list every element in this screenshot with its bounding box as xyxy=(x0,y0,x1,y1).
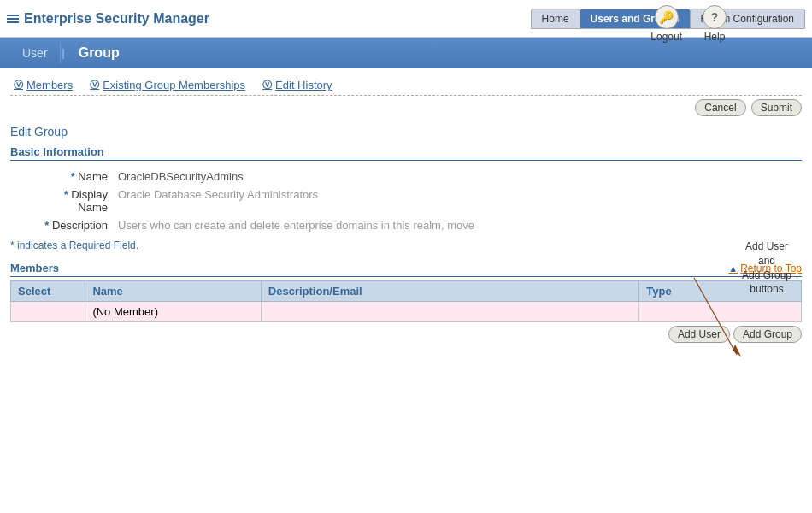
logout-icon: 🔑 xyxy=(655,5,679,29)
logout-button[interactable]: 🔑 Logout xyxy=(650,5,682,43)
sub-nav-existing-group-memberships[interactable]: ⓥ Existing Group Memberships xyxy=(90,79,245,91)
banner-group-tab[interactable]: Group xyxy=(67,42,132,64)
sub-nav-members-label: Members xyxy=(26,79,73,91)
logout-label: Logout xyxy=(650,31,682,43)
members-table: Select Name Description/Email Type (No M… xyxy=(10,280,802,322)
sub-nav-existing-group-label: Existing Group Memberships xyxy=(103,79,245,91)
content-area: ⓥ Members ⓥ Existing Group Memberships ⓥ… xyxy=(0,68,812,348)
sub-nav-edit-history[interactable]: ⓥ Edit History xyxy=(262,79,332,91)
action-row: Cancel Submit xyxy=(10,96,802,120)
top-icons-area: 🔑 Logout ? Help xyxy=(650,5,727,43)
table-action-buttons: Add User Add Group xyxy=(10,326,802,343)
display-name-value: Oracle Database Security Administrators xyxy=(113,186,802,216)
required-note: * indicates a Required Field. xyxy=(10,234,802,255)
members-nav-icon: ⓥ xyxy=(14,79,23,91)
members-table-header-row: Select Name Description/Email Type xyxy=(11,281,802,302)
app-logo xyxy=(7,15,19,23)
sub-nav-edit-history-label: Edit History xyxy=(275,79,332,91)
help-icon: ? xyxy=(703,5,727,29)
member-desc-cell xyxy=(261,302,638,322)
sub-nav-members[interactable]: ⓥ Members xyxy=(14,79,73,91)
annotation-text: Add UserandAdd Groupbuttons xyxy=(742,240,791,295)
basic-info-heading: Basic Information xyxy=(10,145,802,161)
edit-history-nav-icon: ⓥ xyxy=(262,79,272,91)
sub-nav: ⓥ Members ⓥ Existing Group Memberships ⓥ… xyxy=(10,74,802,96)
app-title: Enterprise Security Manager xyxy=(7,11,209,27)
submit-button[interactable]: Submit xyxy=(751,99,802,116)
banner-user-tab[interactable]: User xyxy=(10,43,61,63)
add-group-button[interactable]: Add Group xyxy=(733,326,802,343)
cancel-button[interactable]: Cancel xyxy=(695,99,745,116)
col-select: Select xyxy=(11,281,85,302)
members-section-header: Members ▲ Return to Top xyxy=(10,262,802,277)
help-button[interactable]: ? Help xyxy=(703,5,727,43)
name-label: * Name xyxy=(10,168,113,186)
members-heading: Members xyxy=(10,262,59,274)
display-name-row: * DisplayName Oracle Database Security A… xyxy=(10,186,802,216)
basic-info-form: * Name OracleDBSecurityAdmins * DisplayN… xyxy=(10,168,802,234)
description-row: * Description Users who can create and d… xyxy=(10,216,802,234)
edit-group-heading: Edit Group xyxy=(10,120,802,142)
help-label: Help xyxy=(704,31,726,43)
app-title-text: Enterprise Security Manager xyxy=(24,11,209,27)
display-name-required-star: * xyxy=(64,188,68,201)
col-name: Name xyxy=(85,281,261,302)
name-value: OracleDBSecurityAdmins xyxy=(113,168,802,186)
name-required-star: * xyxy=(71,170,75,183)
display-name-label: * DisplayName xyxy=(10,186,113,216)
name-row: * Name OracleDBSecurityAdmins xyxy=(10,168,802,186)
existing-group-nav-icon: ⓥ xyxy=(90,79,99,91)
member-select-cell xyxy=(11,302,85,322)
table-row: (No Member) xyxy=(11,302,802,322)
col-description: Description/Email xyxy=(261,281,638,302)
desc-required-star: * xyxy=(44,219,49,232)
member-name-cell: (No Member) xyxy=(85,302,261,322)
description-label: * Description xyxy=(10,216,113,234)
member-type-cell xyxy=(639,302,802,322)
description-value: Users who can create and delete enterpri… xyxy=(113,216,802,234)
nav-tab-home[interactable]: Home xyxy=(531,9,580,29)
add-user-button[interactable]: Add User xyxy=(668,326,730,343)
side-annotation: Add UserandAdd Groupbuttons xyxy=(728,239,805,297)
